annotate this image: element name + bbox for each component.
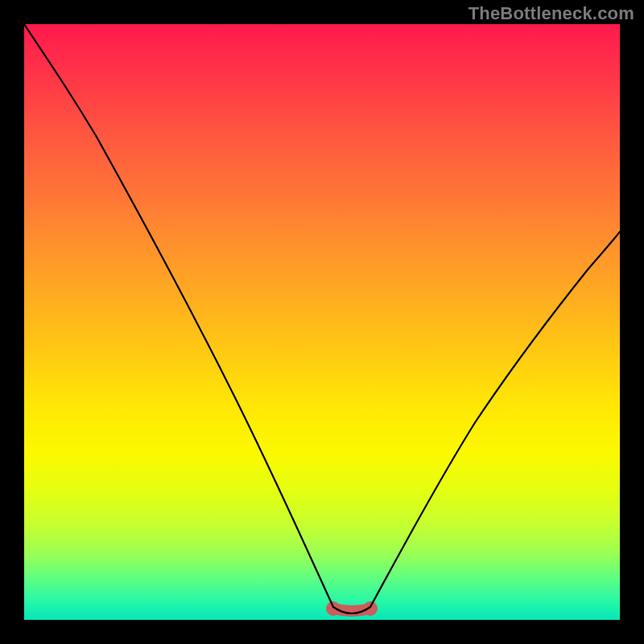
trough-start-dot [326, 601, 341, 616]
chart-svg [24, 24, 620, 620]
chart-frame: TheBottleneck.com [0, 0, 644, 644]
trough-end-dot [363, 601, 378, 616]
watermark-text: TheBottleneck.com [469, 3, 634, 24]
plot-area [24, 24, 620, 620]
bottleneck-curve-line [24, 24, 620, 613]
